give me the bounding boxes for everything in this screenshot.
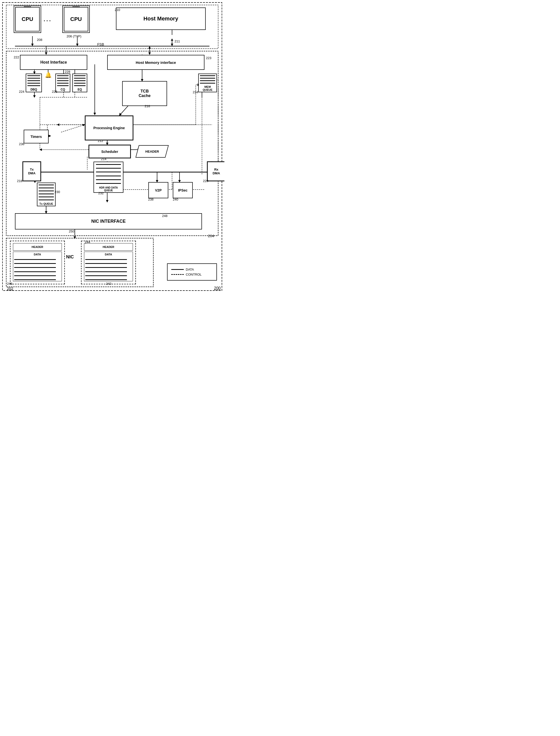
dbq-label: DBQ — [29, 87, 38, 92]
processing-engine-label: Processing Engine — [93, 126, 125, 130]
svg-marker-8 — [76, 44, 79, 46]
ref-226: 226 — [52, 90, 57, 93]
legend-control-item: CONTROL — [171, 272, 213, 276]
ref-230: 230 — [55, 190, 60, 194]
nic-interface-label: NIC INTERFACE — [91, 219, 126, 224]
scheduler-box: Scheduler — [89, 145, 131, 158]
host-memory-box: Host Memory — [116, 7, 206, 30]
cpu-label-1: CPU — [22, 16, 33, 22]
svg-marker-21 — [33, 95, 36, 98]
host-memory-interface-label: Host Memory interface — [136, 60, 176, 65]
host-interface-label: Host Interface — [40, 60, 67, 65]
ref-216: 216 — [145, 104, 150, 108]
tcb-cache-box: TCB Cache — [122, 81, 167, 106]
ref-202: 202 — [7, 286, 13, 290]
svg-marker-13 — [148, 46, 151, 49]
svg-marker-10 — [45, 52, 47, 55]
ref-224: 224 — [19, 90, 24, 93]
svg-marker-17 — [171, 39, 173, 41]
ref-242: 242 — [106, 282, 111, 285]
nic-interface-box: NIC INTERFACE — [15, 213, 202, 229]
processing-engine-box: Processing Engine — [85, 115, 133, 140]
ref-200: 200 — [214, 286, 221, 290]
mem-queue-box: MEM QUEUE — [198, 74, 217, 92]
ref-236: 236 — [19, 142, 24, 146]
mem-queue-label: MEM QUEUE — [199, 85, 216, 92]
scheduler-label: Scheduler — [101, 150, 118, 154]
host-memory-interface-box: Host Memory interface — [107, 55, 204, 70]
tcb-cache-label: TCB Cache — [139, 89, 151, 98]
tx-dma-box: Tx DMA — [22, 161, 41, 181]
ref-232: 232 — [98, 191, 104, 195]
ref-222: 222 — [14, 55, 19, 59]
cq-box: CQ — [55, 74, 70, 92]
ref-248: 248 — [162, 214, 168, 218]
host-memory-label: Host Memory — [143, 15, 178, 22]
legend-data-line — [171, 269, 184, 270]
fsb-label: FSB — [97, 42, 104, 46]
ipsec-label: IPSec — [178, 188, 187, 192]
ref-223: 223 — [206, 56, 211, 60]
ipsec-box: IPSec — [173, 182, 193, 198]
tx-dma-label: Tx DMA — [28, 168, 36, 175]
tx-queue-label: Tx QUEUE — [38, 202, 54, 206]
nic-center-label: NIC — [66, 254, 74, 260]
ref-220: 220 — [203, 179, 208, 183]
ref-210: 210 — [115, 8, 120, 12]
ref-240: 240 — [173, 197, 178, 201]
left-data-section: DATA — [13, 252, 62, 281]
ref-250: 250 — [69, 229, 74, 233]
svg-marker-16 — [171, 44, 173, 46]
ref-228: 228 — [65, 70, 70, 74]
doorbell-icon: 🔔 — [44, 71, 52, 79]
legend-data-label: DATA — [186, 267, 194, 271]
ref-234: 234 — [193, 90, 198, 94]
diagram-container: CPU ●●●●●● CPU ●●●●●● ... Host Memory 20… — [0, 0, 224, 294]
svg-marker-12 — [148, 52, 151, 55]
v2p-box: V2P — [148, 182, 168, 198]
legend-control-line — [171, 274, 184, 275]
svg-marker-83 — [39, 148, 42, 151]
ref-204: 204 — [208, 234, 214, 238]
ref-246: 246 — [7, 282, 12, 285]
ref-206: 206 (TYP) — [67, 34, 81, 38]
ref-208: 208 — [37, 38, 42, 42]
svg-marker-47 — [49, 135, 51, 137]
cq-label: CQ — [60, 87, 66, 92]
timers-box: Timers — [24, 130, 49, 143]
cpu-ellipsis: ... — [44, 16, 52, 23]
timers-label: Timers — [30, 135, 42, 139]
cpu-box-1: CPU ●●●●●● — [14, 5, 41, 33]
v2p-label: V2P — [155, 188, 162, 192]
right-data-section: DATA — [84, 252, 133, 281]
eq-label: EQ — [77, 87, 83, 92]
ref-214: 214 — [101, 157, 106, 161]
rx-dma-label: Rx DMA — [213, 168, 220, 175]
dbq-box: DBQ — [26, 74, 42, 92]
header-parallelogram: HEADER — [135, 145, 169, 158]
header-label: HEADER — [145, 150, 159, 153]
svg-marker-61 — [106, 200, 108, 202]
legend-box: DATA CONTROL — [167, 263, 217, 280]
svg-marker-34 — [93, 113, 96, 115]
ref-244: 244 — [85, 240, 90, 244]
ref-211: 211 — [175, 39, 180, 43]
ref-238: 238 — [148, 197, 154, 201]
left-header-label: HEADER — [13, 243, 62, 251]
rx-dma-box: Rx DMA — [207, 161, 224, 181]
svg-marker-6 — [31, 44, 34, 46]
svg-line-48 — [61, 125, 85, 132]
cpu-box-2: CPU ●●●●●● — [62, 5, 90, 33]
left-nic-section: HEADER DATA — [10, 241, 65, 284]
legend-control-label: CONTROL — [186, 272, 202, 276]
svg-marker-72 — [74, 236, 76, 239]
tx-queue-box: Tx QUEUE — [37, 182, 56, 206]
legend-data-item: DATA — [171, 267, 213, 271]
eq-box: EQ — [72, 74, 87, 92]
svg-marker-43 — [57, 123, 59, 126]
ref-212: 212 — [98, 139, 103, 143]
cpu-label-2: CPU — [70, 16, 82, 22]
right-header-label: HEADER — [84, 243, 133, 251]
ref-218: 218 — [17, 179, 22, 183]
right-nic-section: HEADER DATA — [81, 241, 136, 284]
